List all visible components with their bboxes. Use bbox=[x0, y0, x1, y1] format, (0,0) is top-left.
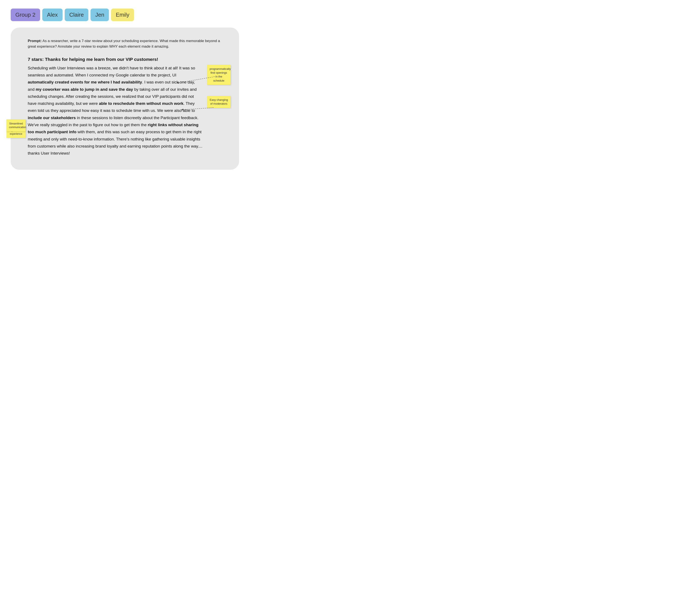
main-card: Prompt: As a researcher, write a 7-star … bbox=[11, 28, 239, 170]
bold-reschedule: able to reschedule them without much wor… bbox=[99, 101, 183, 106]
bold-links: right links without sharing too much par… bbox=[28, 123, 198, 134]
sticky-programmatically: programmatically find openings in the sc… bbox=[207, 65, 231, 85]
review-body: Scheduling with User Interviews was a br… bbox=[28, 66, 202, 156]
review-content: 7 stars: Thanks for helping me learn fro… bbox=[28, 55, 203, 157]
prompt-text: Prompt: As a researcher, write a 7-star … bbox=[28, 38, 222, 49]
sticky-easy-changing: Easy changing of moderators bbox=[207, 96, 231, 108]
prompt-body: As a researcher, write a 7-star review a… bbox=[28, 39, 220, 49]
tag-alex[interactable]: Alex bbox=[42, 8, 62, 21]
bold-automatically: automatically created events for me wher… bbox=[28, 80, 142, 84]
tag-group2[interactable]: Group 2 bbox=[11, 8, 40, 21]
sticky-streamlined: Streamlined communication bbox=[6, 120, 25, 131]
tag-jen[interactable]: Jen bbox=[91, 8, 109, 21]
bold-stakeholders: include our stakeholders bbox=[28, 115, 76, 120]
prompt-label: Prompt: bbox=[28, 39, 42, 43]
tags-row: Group 2 Alex Claire Jen Emily bbox=[11, 8, 239, 21]
bold-coworker: my coworker was able to jump in and save… bbox=[36, 87, 133, 92]
tag-emily[interactable]: Emily bbox=[111, 8, 134, 21]
review-title: 7 stars: Thanks for helping me learn fro… bbox=[28, 55, 203, 63]
tag-claire[interactable]: Claire bbox=[65, 8, 89, 21]
